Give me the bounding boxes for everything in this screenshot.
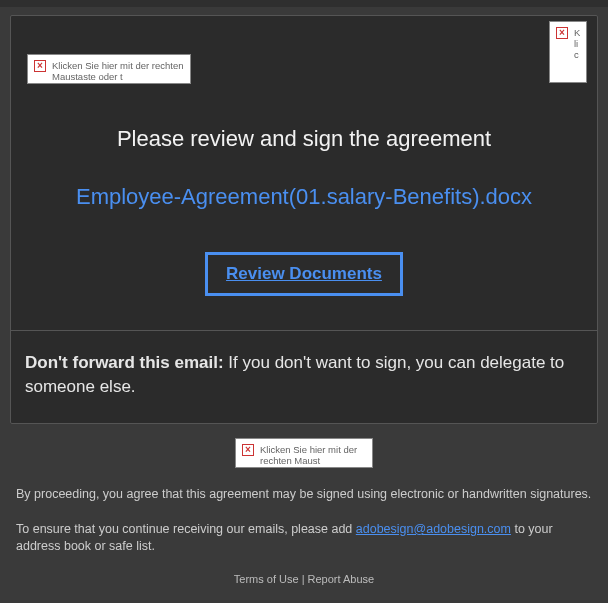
broken-image-placeholder: × Klicken Sie hier mit der rechten Maust <box>235 438 373 468</box>
proceed-disclaimer: By proceeding, you agree that this agree… <box>16 486 592 503</box>
footer-links: Terms of Use | Report Abuse <box>16 573 592 585</box>
button-row: Review Documents <box>11 252 597 296</box>
broken-image-alt: Klicken Sie hier mit der rechten Maustas… <box>52 60 184 82</box>
sender-email-link[interactable]: adobesign@adobesign.com <box>356 522 511 536</box>
safelist-instruction: To ensure that you continue receiving ou… <box>16 521 592 555</box>
agreement-panel: × Klicken Sie hier mit der rechten Maust… <box>10 15 598 424</box>
safelist-pre: To ensure that you continue receiving ou… <box>16 522 356 536</box>
forward-warning: Don't forward this email: If you don't w… <box>11 331 597 423</box>
window-top-bar <box>0 0 608 7</box>
broken-image-alt: Klicken Sie hier mit der rechten Maust <box>260 444 366 466</box>
panel-header: × Klicken Sie hier mit der rechten Maust… <box>11 16 597 98</box>
forward-warning-bold: Don't forward this email: <box>25 353 224 372</box>
email-footer: By proceeding, you agree that this agree… <box>10 486 598 603</box>
terms-of-use-link[interactable]: Terms of Use <box>234 573 299 585</box>
report-abuse-link[interactable]: Report Abuse <box>308 573 375 585</box>
broken-image-icon: × <box>242 444 254 456</box>
link-separator: | <box>299 573 308 585</box>
review-documents-button[interactable]: Review Documents <box>205 252 403 296</box>
email-body: × Klicken Sie hier mit der rechten Maust… <box>0 7 608 603</box>
broken-image-icon: × <box>34 60 46 72</box>
document-link[interactable]: Employee-Agreement(01.salary-Benefits).d… <box>76 184 532 209</box>
broken-image-alt: Klic <box>574 27 580 60</box>
broken-image-placeholder: × Klic <box>549 21 587 83</box>
document-filename: Employee-Agreement(01.salary-Benefits).d… <box>11 184 597 210</box>
broken-image-icon: × <box>556 27 568 39</box>
logo-row: × Klicken Sie hier mit der rechten Maust <box>10 438 598 468</box>
broken-image-placeholder: × Klicken Sie hier mit der rechten Maust… <box>27 54 191 84</box>
agreement-headline: Please review and sign the agreement <box>11 126 597 152</box>
